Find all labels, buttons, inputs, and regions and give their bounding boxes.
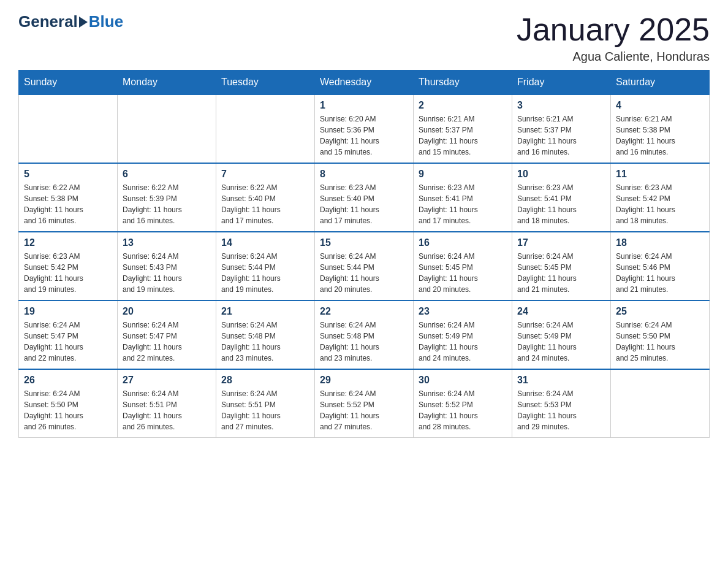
day-info: Sunrise: 6:23 AM Sunset: 5:42 PM Dayligh… [616,182,704,226]
week-row-1: 1Sunrise: 6:20 AM Sunset: 5:36 PM Daylig… [19,94,710,163]
day-number: 22 [320,306,408,317]
day-number: 9 [419,169,507,180]
day-cell: 25Sunrise: 6:24 AM Sunset: 5:50 PM Dayli… [611,301,710,369]
day-cell: 6Sunrise: 6:22 AM Sunset: 5:39 PM Daylig… [118,163,216,232]
logo-blue: Blue [89,12,123,31]
day-number: 16 [419,237,507,248]
logo-arrow-icon [79,17,88,28]
day-cell: 27Sunrise: 6:24 AM Sunset: 5:51 PM Dayli… [118,369,216,438]
day-info: Sunrise: 6:23 AM Sunset: 5:41 PM Dayligh… [517,182,605,226]
page-header: General Blue January 2025 Agua Caliente,… [18,12,710,64]
day-number: 10 [517,169,605,180]
day-number: 8 [320,169,408,180]
day-cell: 13Sunrise: 6:24 AM Sunset: 5:43 PM Dayli… [118,232,216,301]
day-number: 1 [320,100,408,111]
day-info: Sunrise: 6:23 AM Sunset: 5:40 PM Dayligh… [320,182,408,226]
header-cell-sunday: Sunday [19,71,118,95]
day-info: Sunrise: 6:24 AM Sunset: 5:47 PM Dayligh… [123,320,211,364]
title-section: January 2025 Agua Caliente, Honduras [517,12,710,64]
day-number: 12 [24,237,112,248]
day-info: Sunrise: 6:24 AM Sunset: 5:45 PM Dayligh… [419,251,507,295]
day-info: Sunrise: 6:21 AM Sunset: 5:37 PM Dayligh… [517,113,605,158]
day-number: 5 [24,169,112,180]
logo-general: General [18,12,78,31]
day-cell [19,94,118,163]
day-cell: 16Sunrise: 6:24 AM Sunset: 5:45 PM Dayli… [414,232,512,301]
day-number: 7 [221,169,309,180]
day-number: 18 [616,237,704,248]
day-cell: 18Sunrise: 6:24 AM Sunset: 5:46 PM Dayli… [611,232,710,301]
day-info: Sunrise: 6:24 AM Sunset: 5:50 PM Dayligh… [616,320,704,364]
day-cell: 21Sunrise: 6:24 AM Sunset: 5:48 PM Dayli… [216,301,315,369]
day-info: Sunrise: 6:24 AM Sunset: 5:43 PM Dayligh… [123,251,211,295]
header-cell-saturday: Saturday [611,71,710,95]
calendar-body: 1Sunrise: 6:20 AM Sunset: 5:36 PM Daylig… [19,94,710,438]
day-cell: 7Sunrise: 6:22 AM Sunset: 5:40 PM Daylig… [216,163,315,232]
day-info: Sunrise: 6:24 AM Sunset: 5:48 PM Dayligh… [320,320,408,364]
day-cell: 5Sunrise: 6:22 AM Sunset: 5:38 PM Daylig… [19,163,118,232]
day-info: Sunrise: 6:22 AM Sunset: 5:38 PM Dayligh… [24,182,112,226]
header-cell-thursday: Thursday [414,71,512,95]
day-cell: 9Sunrise: 6:23 AM Sunset: 5:41 PM Daylig… [414,163,512,232]
day-info: Sunrise: 6:24 AM Sunset: 5:47 PM Dayligh… [24,320,112,364]
day-info: Sunrise: 6:23 AM Sunset: 5:41 PM Dayligh… [419,182,507,226]
day-info: Sunrise: 6:22 AM Sunset: 5:40 PM Dayligh… [221,182,309,226]
calendar-table: SundayMondayTuesdayWednesdayThursdayFrid… [18,70,710,438]
day-number: 29 [320,375,408,386]
day-number: 2 [419,100,507,111]
day-number: 28 [221,375,309,386]
day-cell: 29Sunrise: 6:24 AM Sunset: 5:52 PM Dayli… [315,369,414,438]
day-cell [611,369,710,438]
day-number: 25 [616,306,704,317]
day-number: 13 [123,237,211,248]
day-number: 23 [419,306,507,317]
header-cell-tuesday: Tuesday [216,71,315,95]
day-cell: 14Sunrise: 6:24 AM Sunset: 5:44 PM Dayli… [216,232,315,301]
day-cell: 10Sunrise: 6:23 AM Sunset: 5:41 PM Dayli… [512,163,611,232]
day-number: 11 [616,169,704,180]
logo: General Blue [18,12,123,31]
day-info: Sunrise: 6:24 AM Sunset: 5:51 PM Dayligh… [123,388,211,432]
day-cell: 30Sunrise: 6:24 AM Sunset: 5:52 PM Dayli… [414,369,512,438]
day-cell: 24Sunrise: 6:24 AM Sunset: 5:49 PM Dayli… [512,301,611,369]
day-info: Sunrise: 6:23 AM Sunset: 5:42 PM Dayligh… [24,251,112,295]
day-cell: 17Sunrise: 6:24 AM Sunset: 5:45 PM Dayli… [512,232,611,301]
day-number: 15 [320,237,408,248]
day-cell: 12Sunrise: 6:23 AM Sunset: 5:42 PM Dayli… [19,232,118,301]
day-cell: 11Sunrise: 6:23 AM Sunset: 5:42 PM Dayli… [611,163,710,232]
day-info: Sunrise: 6:24 AM Sunset: 5:52 PM Dayligh… [320,388,408,432]
day-info: Sunrise: 6:21 AM Sunset: 5:37 PM Dayligh… [419,113,507,158]
day-info: Sunrise: 6:24 AM Sunset: 5:51 PM Dayligh… [221,388,309,432]
day-number: 3 [517,100,605,111]
day-info: Sunrise: 6:24 AM Sunset: 5:46 PM Dayligh… [616,251,704,295]
day-number: 17 [517,237,605,248]
day-cell: 8Sunrise: 6:23 AM Sunset: 5:40 PM Daylig… [315,163,414,232]
day-number: 19 [24,306,112,317]
day-cell: 2Sunrise: 6:21 AM Sunset: 5:37 PM Daylig… [414,94,512,163]
day-number: 4 [616,100,704,111]
day-number: 24 [517,306,605,317]
day-cell [216,94,315,163]
header-row: SundayMondayTuesdayWednesdayThursdayFrid… [19,71,710,95]
day-cell: 1Sunrise: 6:20 AM Sunset: 5:36 PM Daylig… [315,94,414,163]
day-info: Sunrise: 6:24 AM Sunset: 5:45 PM Dayligh… [517,251,605,295]
header-cell-wednesday: Wednesday [315,71,414,95]
day-number: 30 [419,375,507,386]
day-info: Sunrise: 6:24 AM Sunset: 5:49 PM Dayligh… [419,320,507,364]
month-title: January 2025 [517,12,710,47]
day-cell: 20Sunrise: 6:24 AM Sunset: 5:47 PM Dayli… [118,301,216,369]
day-cell: 31Sunrise: 6:24 AM Sunset: 5:53 PM Dayli… [512,369,611,438]
day-cell: 19Sunrise: 6:24 AM Sunset: 5:47 PM Dayli… [19,301,118,369]
day-cell: 28Sunrise: 6:24 AM Sunset: 5:51 PM Dayli… [216,369,315,438]
day-info: Sunrise: 6:22 AM Sunset: 5:39 PM Dayligh… [123,182,211,226]
day-info: Sunrise: 6:24 AM Sunset: 5:44 PM Dayligh… [221,251,309,295]
day-cell: 26Sunrise: 6:24 AM Sunset: 5:50 PM Dayli… [19,369,118,438]
day-number: 21 [221,306,309,317]
day-info: Sunrise: 6:24 AM Sunset: 5:49 PM Dayligh… [517,320,605,364]
day-number: 31 [517,375,605,386]
day-cell: 15Sunrise: 6:24 AM Sunset: 5:44 PM Dayli… [315,232,414,301]
location: Agua Caliente, Honduras [517,50,710,64]
week-row-2: 5Sunrise: 6:22 AM Sunset: 5:38 PM Daylig… [19,163,710,232]
week-row-4: 19Sunrise: 6:24 AM Sunset: 5:47 PM Dayli… [19,301,710,369]
day-number: 20 [123,306,211,317]
